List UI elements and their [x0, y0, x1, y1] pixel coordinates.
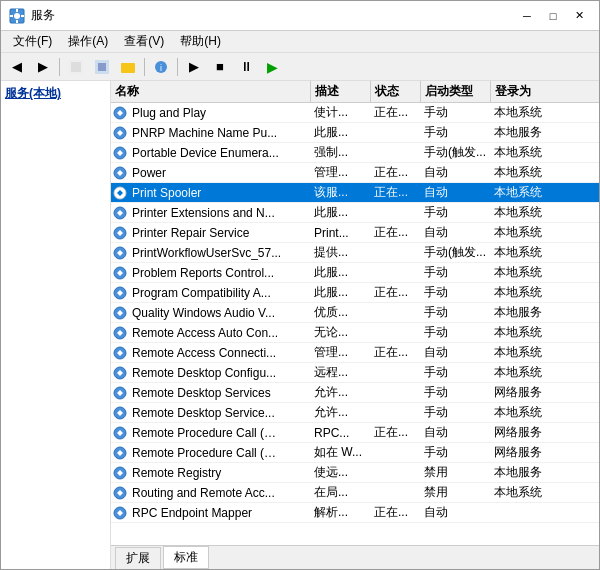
table-body[interactable]: Plug and Play使计...正在...手动本地系统 PNRP Machi…: [111, 103, 599, 545]
menu-action[interactable]: 操作(A): [60, 31, 116, 52]
service-startup: 手动: [421, 304, 491, 321]
toolbar: ◀ ▶ i ▶ ■ ⏸ ▶: [1, 53, 599, 81]
toolbar-stop[interactable]: ■: [208, 56, 232, 78]
up-icon: [69, 60, 83, 74]
service-icon: [111, 226, 129, 240]
maximize-button[interactable]: □: [541, 6, 565, 26]
service-startup: 手动: [421, 264, 491, 281]
service-login: 本地系统: [491, 104, 599, 121]
title-controls: ─ □ ✕: [515, 6, 591, 26]
service-desc: 该服...: [311, 184, 371, 201]
table-row[interactable]: Remote Desktop Service...允许...手动本地系统: [111, 403, 599, 423]
table-row[interactable]: Program Compatibility A...此服...正在...手动本地…: [111, 283, 599, 303]
table-row[interactable]: Power管理...正在...自动本地系统: [111, 163, 599, 183]
service-name: Remote Procedure Call (…: [129, 446, 311, 460]
service-icon: [111, 266, 129, 280]
service-startup: 手动: [421, 204, 491, 221]
svg-point-1: [14, 13, 20, 19]
col-header-name[interactable]: 名称: [111, 81, 311, 102]
tab-expand[interactable]: 扩展: [115, 547, 161, 569]
table-row[interactable]: Remote Access Auto Con...无论...手动本地系统: [111, 323, 599, 343]
table-row[interactable]: Remote Procedure Call (…RPC...正在...自动网络服…: [111, 423, 599, 443]
col-header-startup[interactable]: 启动类型: [421, 81, 491, 102]
service-icon: [111, 386, 129, 400]
service-status: 正在...: [371, 424, 421, 441]
menu-file[interactable]: 文件(F): [5, 31, 60, 52]
minimize-button[interactable]: ─: [515, 6, 539, 26]
table-row[interactable]: Remote Desktop Configu...远程...手动本地系统: [111, 363, 599, 383]
table-row[interactable]: Remote Registry使远...禁用本地服务: [111, 463, 599, 483]
table-row[interactable]: Plug and Play使计...正在...手动本地系统: [111, 103, 599, 123]
table-row[interactable]: Printer Extensions and N...此服...手动本地系统: [111, 203, 599, 223]
service-startup: 手动: [421, 444, 491, 461]
col-header-desc[interactable]: 描述: [311, 81, 371, 102]
service-name: Remote Desktop Configu...: [129, 366, 311, 380]
service-startup: 手动: [421, 284, 491, 301]
table-row[interactable]: Routing and Remote Acc...在局...禁用本地系统: [111, 483, 599, 503]
service-login: 网络服务: [491, 384, 599, 401]
service-startup: 自动: [421, 184, 491, 201]
service-startup: 自动: [421, 344, 491, 361]
service-icon: [111, 486, 129, 500]
service-startup: 自动: [421, 164, 491, 181]
toolbar-info[interactable]: i: [149, 56, 173, 78]
toolbar-back[interactable]: ◀: [5, 56, 29, 78]
service-icon: [111, 426, 129, 440]
table-row[interactable]: Remote Procedure Call (…如在 W...手动网络服务: [111, 443, 599, 463]
table-row[interactable]: Print Spooler该服...正在...自动本地系统: [111, 183, 599, 203]
table-row[interactable]: Printer Repair ServicePrint...正在...自动本地系…: [111, 223, 599, 243]
table-row[interactable]: RPC Endpoint Mapper解析...正在...自动: [111, 503, 599, 523]
service-desc: 使计...: [311, 104, 371, 121]
table-row[interactable]: Remote Access Connecti...管理...正在...自动本地系…: [111, 343, 599, 363]
service-icon: [111, 286, 129, 300]
service-name: Remote Access Auto Con...: [129, 326, 311, 340]
sidebar-title[interactable]: 服务(本地): [5, 85, 106, 102]
close-button[interactable]: ✕: [567, 6, 591, 26]
service-status: 正在...: [371, 284, 421, 301]
table-row[interactable]: Quality Windows Audio V...优质...手动本地服务: [111, 303, 599, 323]
table-row[interactable]: Problem Reports Control...此服...手动本地系统: [111, 263, 599, 283]
toolbar-folder[interactable]: [116, 56, 140, 78]
svg-rect-5: [21, 15, 24, 17]
service-startup: 手动: [421, 364, 491, 381]
service-desc: 如在 W...: [311, 444, 371, 461]
service-login: 本地系统: [491, 204, 599, 221]
service-desc: 远程...: [311, 364, 371, 381]
tab-standard[interactable]: 标准: [163, 546, 209, 569]
service-desc: 提供...: [311, 244, 371, 261]
toolbar-up[interactable]: [64, 56, 88, 78]
service-name: Remote Registry: [129, 466, 311, 480]
toolbar-restart[interactable]: ▶: [260, 56, 284, 78]
service-icon: [111, 326, 129, 340]
folder-icon: [121, 60, 135, 74]
menu-view[interactable]: 查看(V): [116, 31, 172, 52]
service-login: 网络服务: [491, 444, 599, 461]
toolbar-play[interactable]: ▶: [182, 56, 206, 78]
service-login: 本地系统: [491, 484, 599, 501]
service-name: Remote Procedure Call (…: [129, 426, 311, 440]
table-header: 名称 描述 状态 启动类型 登录为: [111, 81, 599, 103]
service-login: 本地系统: [491, 144, 599, 161]
service-icon: [111, 106, 129, 120]
toolbar-map[interactable]: [90, 56, 114, 78]
svg-rect-9: [98, 63, 106, 71]
service-desc: 管理...: [311, 344, 371, 361]
main-content: 服务(本地) 名称 描述 状态 启动类型 登录为 Plug and Play使计…: [1, 81, 599, 569]
menu-help[interactable]: 帮助(H): [172, 31, 229, 52]
service-startup: 禁用: [421, 464, 491, 481]
toolbar-forward[interactable]: ▶: [31, 56, 55, 78]
svg-rect-2: [16, 9, 18, 12]
service-login: 本地系统: [491, 164, 599, 181]
table-row[interactable]: Remote Desktop Services允许...手动网络服务: [111, 383, 599, 403]
col-header-login[interactable]: 登录为: [491, 81, 599, 102]
service-desc: 强制...: [311, 144, 371, 161]
col-header-status[interactable]: 状态: [371, 81, 421, 102]
table-row[interactable]: PrintWorkflowUserSvc_57...提供...手动(触发...本…: [111, 243, 599, 263]
table-row[interactable]: PNRP Machine Name Pu...此服...手动本地服务: [111, 123, 599, 143]
toolbar-pause[interactable]: ⏸: [234, 56, 258, 78]
service-desc: 允许...: [311, 384, 371, 401]
service-startup: 手动(触发...: [421, 144, 491, 161]
table-row[interactable]: Portable Device Enumera...强制...手动(触发...本…: [111, 143, 599, 163]
service-desc: 允许...: [311, 404, 371, 421]
title-bar: 服务 ─ □ ✕: [1, 1, 599, 31]
